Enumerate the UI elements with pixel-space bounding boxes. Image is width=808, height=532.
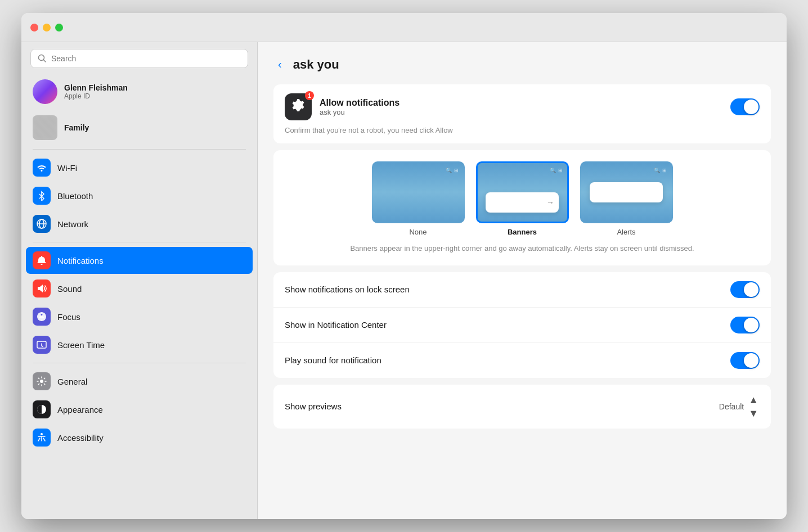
maximize-button[interactable] <box>55 24 63 31</box>
show-previews-row: Show previews Default ▲ ▼ <box>273 385 771 429</box>
preview-bar-alerts: 🔍 ⊞ <box>654 168 667 173</box>
lock-screen-toggle[interactable] <box>730 281 760 298</box>
main-content: ‹ ask you 1 Allow notifications <box>258 42 787 519</box>
banner-arrow: → <box>546 198 554 207</box>
sidebar-item-sound[interactable]: Sound <box>26 275 253 302</box>
sidebar: Glenn Fleishman Apple ID Family <box>21 42 258 519</box>
style-option-banners[interactable]: 🔍 ⊞ → Banners <box>476 161 569 236</box>
search-mini-icon-b: 🔍 <box>550 168 556 173</box>
profile-name: Glenn Fleishman <box>64 83 128 92</box>
content-area: Glenn Fleishman Apple ID Family <box>21 42 787 519</box>
sidebar-item-wifi[interactable]: Wi-Fi <box>26 154 253 181</box>
profile-sub: Apple ID <box>64 92 128 100</box>
avatar <box>33 79 57 104</box>
sidebar-item-screentime[interactable]: Screen Time <box>26 331 253 358</box>
bluetooth-icon <box>33 187 51 205</box>
general-label: General <box>57 377 87 386</box>
stepper-up[interactable]: ▲ <box>747 394 760 406</box>
family-label: Family <box>64 123 89 132</box>
banner-popup: → <box>486 192 559 213</box>
allow-notif-description: Confirm that you're not a robot, you nee… <box>285 126 760 134</box>
svg-marker-7 <box>38 285 43 292</box>
alert-popup <box>590 182 663 202</box>
back-button[interactable]: ‹ <box>273 56 286 73</box>
notification-center-label: Show in Notification Center <box>285 320 387 330</box>
sidebar-list: Glenn Fleishman Apple ID Family <box>21 75 257 519</box>
sidebar-divider-3 <box>33 363 246 363</box>
svg-point-9 <box>40 380 43 383</box>
notification-center-toggle[interactable] <box>730 317 760 333</box>
search-icon <box>38 54 47 63</box>
sidebar-item-focus[interactable]: Focus <box>26 303 253 330</box>
stepper[interactable]: ▲ ▼ <box>747 394 760 420</box>
family-avatar <box>33 115 57 140</box>
allow-notif-subtitle: ask you <box>320 108 722 116</box>
search-mini-icon-a: 🔍 <box>654 168 660 173</box>
play-sound-label: Play sound for notification <box>285 355 381 365</box>
focus-label: Focus <box>57 312 80 322</box>
settings-row-notification-center: Show in Notification Center <box>273 308 771 343</box>
allow-notifications-toggle[interactable] <box>730 98 760 115</box>
style-none-label: None <box>409 228 427 236</box>
notifications-label: Notifications <box>57 256 104 265</box>
style-alerts-label: Alerts <box>617 228 635 236</box>
sound-label: Sound <box>57 284 82 294</box>
app-badge: 1 <box>305 91 314 100</box>
sidebar-item-family[interactable]: Family <box>26 111 253 145</box>
previews-value: Default <box>719 402 744 411</box>
wifi-icon <box>33 159 51 177</box>
notifications-icon <box>33 251 51 269</box>
lock-screen-label: Show notifications on lock screen <box>285 285 410 294</box>
style-option-alerts[interactable]: 🔍 ⊞ Alerts <box>580 161 673 236</box>
style-option-none[interactable]: 🔍 ⊞ None <box>372 161 465 236</box>
allow-notifications-card: 1 Allow notifications ask you Confirm th… <box>273 84 771 143</box>
style-options: 🔍 ⊞ None 🔍 ⊞ <box>285 161 760 236</box>
header-row: ‹ ask you <box>273 56 771 73</box>
play-sound-toggle[interactable] <box>730 352 760 369</box>
appearance-icon <box>33 400 51 418</box>
sidebar-item-notifications[interactable]: Notifications <box>26 247 253 274</box>
settings-row-play-sound: Play sound for notification <box>273 343 771 378</box>
sidebar-item-appleid[interactable]: Glenn Fleishman Apple ID <box>26 75 253 109</box>
svg-line-1 <box>44 60 46 62</box>
sidebar-item-accessibility[interactable]: Accessibility <box>26 424 253 451</box>
minimize-button[interactable] <box>43 24 51 31</box>
profile-info: Glenn Fleishman Apple ID <box>64 83 128 100</box>
sidebar-item-appearance[interactable]: Appearance <box>26 396 253 423</box>
allow-notif-info: Allow notifications ask you <box>320 98 722 116</box>
bluetooth-label: Bluetooth <box>57 191 93 201</box>
svg-point-11 <box>41 433 43 435</box>
allow-notifications-row: 1 Allow notifications ask you <box>285 93 760 120</box>
style-preview-banners: 🔍 ⊞ → <box>476 161 569 223</box>
main-window: Glenn Fleishman Apple ID Family <box>21 13 787 519</box>
app-icon: 1 <box>285 93 312 120</box>
previews-right: Default ▲ ▼ <box>719 394 760 420</box>
screentime-label: Screen Time <box>57 340 105 350</box>
style-description: Banners appear in the upper-right corner… <box>285 243 760 254</box>
sidebar-item-bluetooth[interactable]: Bluetooth <box>26 182 253 209</box>
grid-mini-icon-a: ⊞ <box>662 168 667 173</box>
gear-icon <box>289 98 307 116</box>
preview-bar-banners: 🔍 ⊞ <box>550 168 563 173</box>
sidebar-item-network[interactable]: Network <box>26 210 253 237</box>
settings-row-lock-screen: Show notifications on lock screen <box>273 272 771 308</box>
sidebar-item-general[interactable]: General <box>26 368 253 395</box>
network-label: Network <box>57 219 88 229</box>
grid-mini-icon-b: ⊞ <box>558 168 563 173</box>
style-banners-label: Banners <box>508 228 537 236</box>
style-preview-none: 🔍 ⊞ <box>372 161 465 223</box>
sound-icon <box>33 279 51 297</box>
grid-mini-icon: ⊞ <box>454 168 459 173</box>
screentime-icon <box>33 336 51 354</box>
search-input[interactable] <box>51 54 241 63</box>
sidebar-divider-2 <box>33 242 246 242</box>
settings-card: Show notifications on lock screen Show i… <box>273 272 771 378</box>
preview-bar: 🔍 ⊞ <box>446 168 459 173</box>
wifi-label: Wi-Fi <box>57 163 77 173</box>
style-preview-alerts: 🔍 ⊞ <box>580 161 673 223</box>
titlebar <box>21 13 787 42</box>
accessibility-icon <box>33 429 51 447</box>
search-mini-icon: 🔍 <box>446 168 452 173</box>
close-button[interactable] <box>30 24 38 31</box>
stepper-down[interactable]: ▼ <box>747 407 760 420</box>
